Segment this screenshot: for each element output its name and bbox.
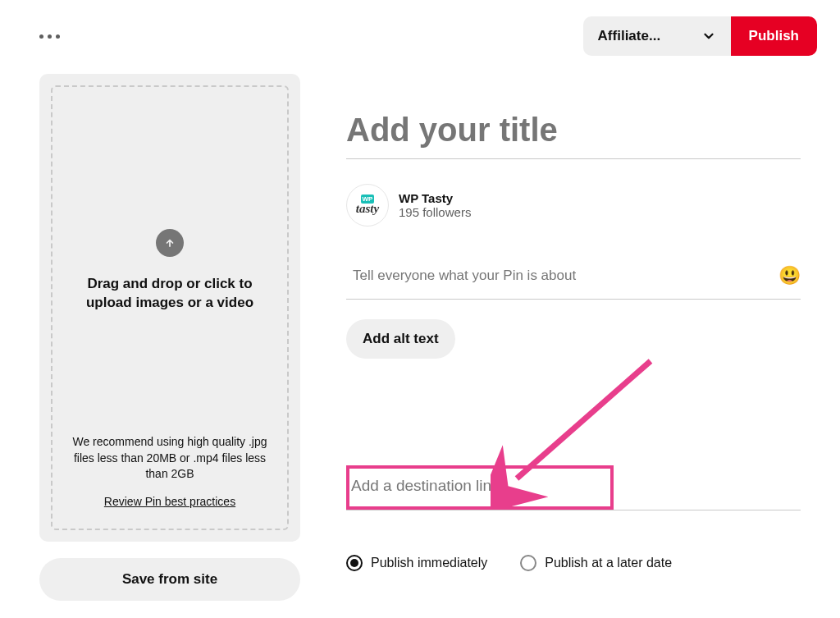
- save-from-site-button[interactable]: Save from site: [39, 558, 300, 601]
- radio-label-immediate: Publish immediately: [371, 556, 487, 570]
- upload-card[interactable]: Drag and drop or click to upload images …: [39, 74, 300, 542]
- radio-label-later: Publish at a later date: [545, 556, 672, 570]
- title-input[interactable]: [346, 107, 801, 159]
- chevron-down-icon: [701, 29, 716, 43]
- follower-count: 195 followers: [399, 205, 471, 219]
- best-practices-link[interactable]: Review Pin best practices: [104, 495, 235, 508]
- drag-drop-text: Drag and drop or click to upload images …: [84, 275, 256, 313]
- add-alt-text-button[interactable]: Add alt text: [346, 319, 455, 359]
- upload-recommend-text: We recommend using high quality .jpg fil…: [67, 434, 272, 483]
- description-input[interactable]: [353, 264, 778, 287]
- avatar: WP tasty: [346, 184, 389, 227]
- emoji-picker-icon[interactable]: 😃: [778, 265, 801, 286]
- destination-link-input[interactable]: [351, 474, 602, 498]
- upload-icon: [156, 229, 184, 257]
- radio-publish-later[interactable]: Publish at a later date: [520, 555, 672, 571]
- radio-publish-immediately[interactable]: Publish immediately: [346, 555, 487, 571]
- board-selected-label: Affiliate...: [598, 28, 661, 44]
- more-menu-icon[interactable]: [39, 34, 60, 39]
- board-select[interactable]: Affiliate...: [583, 16, 731, 56]
- annotation-highlight: [346, 465, 614, 510]
- author-name: WP Tasty: [399, 191, 471, 205]
- publish-button[interactable]: Publish: [731, 16, 817, 56]
